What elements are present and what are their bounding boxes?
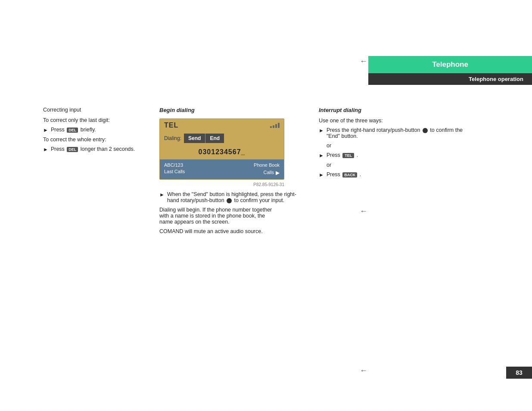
bullet-del-longer: ► Press DEL longer than 2 seconds.: [43, 146, 138, 153]
correcting-input-title: Correcting input: [43, 107, 138, 113]
confirm-input: to confirm your input.: [234, 197, 285, 203]
back-key-badge: BACK: [342, 172, 357, 177]
dialing-label: Dialing:: [164, 135, 181, 141]
phone-top-bar: TEL: [160, 119, 284, 132]
header-area: Telephone Telephone operation: [368, 56, 532, 85]
rotary-icon-2: [423, 128, 428, 133]
interrupt-bullet-2: ► Press TEL .: [319, 152, 465, 159]
bullet3-post: .: [360, 171, 361, 177]
comand-mute-para: COMAND will mute an active audio source.: [159, 228, 280, 234]
phone-signal-icon: [270, 123, 280, 128]
phone-middle-row: Dialing: Send End: [160, 132, 284, 145]
telephone-title: Telephone: [432, 60, 468, 68]
bullet-arrow-2: ►: [43, 146, 48, 153]
dialing-will-para: Dialing will begin. If the phone number …: [159, 207, 280, 225]
correct-last-para: To correct only the last digit:: [43, 117, 138, 123]
phone-number-row: 0301234567_: [160, 145, 284, 159]
del-key-badge-1: DEL: [67, 128, 78, 133]
interrupt-bullet-1: ► Press the right-hand rotary/push-butto…: [319, 127, 465, 139]
interrupt-dialing-title: Interrupt dialing: [319, 107, 465, 113]
del-key-badge-2: DEL: [67, 147, 78, 152]
corner-marker-mid: ←: [360, 207, 367, 216]
correcting-input-section: Correcting input To correct only the las…: [43, 107, 138, 156]
send-end-buttons: Send End: [184, 134, 224, 143]
press-label-1: Press: [51, 127, 65, 133]
press-label-4: Press: [327, 171, 340, 177]
bullet-arrow-r2: ►: [319, 153, 324, 159]
signal-bar-4: [278, 123, 280, 128]
header-operation: Telephone operation: [368, 73, 532, 85]
longer-label: longer than 2 seconds.: [81, 146, 135, 152]
send-button[interactable]: Send: [184, 134, 205, 143]
when-send-bullet: ► When the "Send" button is highlighted,…: [159, 191, 297, 203]
briefly-label: briefly.: [81, 127, 96, 133]
tel-key-badge: TEL: [342, 153, 354, 158]
last-calls-label: Last Calls: [164, 168, 185, 175]
page-number: 83: [506, 367, 532, 379]
bullet-arrow-r1: ►: [319, 128, 324, 134]
header-telephone: Telephone: [368, 56, 532, 73]
bullet-arrow-1: ►: [43, 127, 48, 133]
or-text-1: or: [327, 143, 465, 149]
interrupt-bullet-1-text: Press the right-hand rotary/push-button …: [327, 127, 465, 139]
begin-dialing-title: Begin dialing: [159, 107, 297, 113]
begin-dialing-section: Begin dialing TEL Dialing: Send End 0301…: [159, 107, 297, 238]
use-one-para: Use one of the three ways:: [319, 118, 465, 124]
signal-bar-3: [275, 124, 277, 128]
bullet-del-briefly: ► Press DEL briefly.: [43, 127, 138, 133]
press-label-3: Press: [327, 152, 340, 158]
signal-bar-2: [273, 125, 274, 128]
phone-bottom-right: Phone Book Calls ▶: [249, 159, 284, 179]
bullet2-post: .: [357, 152, 358, 158]
operation-title: Telephone operation: [469, 76, 523, 82]
abc-label: ABC/123: [164, 162, 185, 168]
end-button[interactable]: End: [205, 134, 224, 143]
corner-marker-top: ←: [360, 57, 367, 66]
interrupt-bullet-3: ► Press BACK .: [319, 171, 465, 178]
press-del-briefly-text: Press DEL briefly.: [51, 127, 96, 133]
phone-bottom-bar: ABC/123 Last Calls Phone Book Calls ▶: [160, 159, 284, 179]
correct-whole-para: To correct the whole entry:: [43, 137, 138, 143]
phone-tel-label: TEL: [164, 121, 178, 129]
calls-arrow-icon: ▶: [276, 169, 280, 177]
or-text-2: or: [327, 162, 465, 168]
calls-label: Calls: [264, 169, 274, 176]
photo-caption: P82.85-9126-31: [159, 182, 284, 187]
rotary-icon-1: [227, 198, 232, 203]
bullet-arrow-r3: ►: [319, 172, 324, 178]
press-label-2: Press: [51, 146, 65, 152]
bullet-arrow-3: ►: [159, 192, 165, 198]
interrupt-dialing-section: Interrupt dialing Use one of the three w…: [319, 107, 465, 181]
interrupt-bullet-2-text: Press TEL .: [327, 152, 358, 158]
phone-bottom-left: ABC/123 Last Calls: [160, 159, 189, 179]
phone-screen: TEL Dialing: Send End 0301234567_ ABC/12…: [159, 118, 284, 180]
phone-book-label: Phone Book: [254, 162, 280, 168]
signal-bar-1: [270, 126, 272, 128]
when-send-text: When the "Send" button is highlighted, p…: [167, 191, 297, 203]
interrupt-bullet-3-text: Press BACK .: [327, 171, 361, 177]
press-del-longer-text: Press DEL longer than 2 seconds.: [51, 146, 135, 152]
corner-marker-bot: ←: [360, 366, 367, 375]
bullet1-pre: Press the right-hand rotary/push-button: [327, 127, 420, 133]
